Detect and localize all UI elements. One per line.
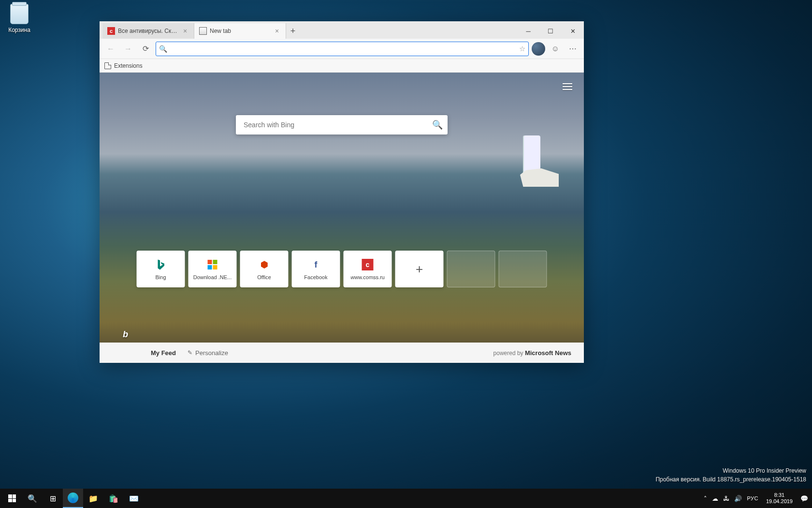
pencil-icon: ✎	[188, 349, 192, 356]
extensions-icon	[104, 62, 111, 69]
titlebar: c Все антивирусы. Скачать беспл... × New…	[100, 21, 584, 39]
facebook-icon: f	[309, 258, 323, 271]
refresh-button[interactable]: ⟳	[138, 42, 153, 56]
back-button[interactable]: ←	[103, 42, 118, 56]
bing-icon	[154, 258, 168, 271]
tile-bing[interactable]: Bing	[137, 251, 185, 287]
address-bar[interactable]: 🔍 ☆	[156, 42, 529, 56]
nav-toolbar: ← → ⟳ 🔍 ☆ ☺ ⋯	[100, 39, 584, 59]
favicon-newtab-icon	[199, 27, 207, 35]
edge-browser-window: c Все антивирусы. Скачать беспл... × New…	[100, 21, 584, 363]
edge-icon	[68, 493, 78, 503]
my-feed-link[interactable]: My Feed	[151, 349, 176, 357]
tab-title: Все антивирусы. Скачать беспл...	[118, 28, 178, 34]
favicon-comss-icon: c	[107, 27, 115, 35]
tab-newtab[interactable]: New tab ×	[194, 23, 286, 39]
window-controls: ─ ☐ ✕	[517, 23, 584, 39]
personalize-label: Personalize	[195, 349, 228, 357]
tile-comss[interactable]: c www.comss.ru	[344, 251, 392, 287]
tile-facebook[interactable]: f Facebook	[292, 251, 340, 287]
page-settings-button[interactable]	[563, 81, 572, 92]
close-tab-icon[interactable]: ×	[273, 27, 281, 35]
favorite-star-icon[interactable]: ☆	[519, 45, 525, 53]
tile-download-net[interactable]: Download .NE...	[188, 251, 237, 287]
recycle-bin-icon	[10, 4, 29, 24]
address-input[interactable]	[170, 45, 519, 52]
newtab-content: 🔍 Bing Download .NE... ⬢ Office f Facebo…	[100, 73, 584, 363]
extensions-link[interactable]: Extensions	[114, 62, 143, 69]
tile-label: Office	[257, 274, 271, 280]
start-button[interactable]	[2, 489, 22, 508]
volume-icon[interactable]: 🔊	[734, 495, 742, 502]
empty-tile[interactable]	[499, 251, 547, 287]
bing-search-box[interactable]: 🔍	[236, 115, 448, 134]
watermark-line2: Пробная версия. Build 18875.rs_prereleas…	[655, 475, 806, 484]
taskbar-app-explorer[interactable]: 📁	[83, 489, 103, 508]
search-icon: 🔍	[159, 45, 167, 53]
clock[interactable]: 8:31 19.04.2019	[763, 492, 796, 505]
language-indicator[interactable]: РУС	[747, 495, 758, 501]
tab-strip: c Все антивирусы. Скачать беспл... × New…	[100, 23, 300, 39]
powered-by: powered by Microsoft News	[493, 349, 571, 357]
personalize-link[interactable]: ✎ Personalize	[188, 349, 228, 357]
close-tab-icon[interactable]: ×	[181, 27, 189, 35]
bing-logo: b	[123, 329, 128, 340]
powered-prefix: powered by	[493, 350, 525, 357]
tab-comss[interactable]: c Все антивирусы. Скачать беспл... ×	[102, 23, 194, 39]
add-tile-button[interactable]: +	[395, 251, 444, 287]
tab-title: New tab	[210, 28, 270, 34]
empty-tile[interactable]	[447, 251, 495, 287]
forward-button[interactable]: →	[121, 42, 135, 56]
minimize-button[interactable]: ─	[517, 23, 539, 39]
windows-icon	[8, 494, 16, 502]
network-icon[interactable]: 🖧	[723, 495, 729, 502]
settings-menu-button[interactable]: ⋯	[566, 42, 580, 56]
bing-search-input[interactable]	[244, 121, 432, 129]
close-window-button[interactable]: ✕	[562, 23, 584, 39]
powered-brand: Microsoft News	[525, 349, 571, 357]
tile-label: Bing	[155, 274, 166, 280]
tile-office[interactable]: ⬢ Office	[240, 251, 289, 287]
windows-watermark: Windows 10 Pro Insider Preview Пробная в…	[655, 466, 806, 484]
tile-label: Download .NE...	[193, 274, 232, 280]
search-submit-icon[interactable]: 🔍	[432, 120, 443, 130]
tray-overflow-icon[interactable]: ˄	[704, 495, 707, 502]
microsoft-icon	[206, 258, 219, 271]
favorites-bar: Extensions	[100, 59, 584, 73]
taskbar-app-store[interactable]: 🛍️	[103, 489, 124, 508]
quick-links: Bing Download .NE... ⬢ Office f Facebook…	[137, 251, 547, 287]
tile-label: www.comss.ru	[350, 274, 385, 280]
maximize-button[interactable]: ☐	[539, 23, 562, 39]
tile-label: Facebook	[304, 274, 327, 280]
profile-button[interactable]	[532, 42, 545, 56]
watermark-line1: Windows 10 Pro Insider Preview	[655, 466, 806, 475]
newtab-footer: My Feed ✎ Personalize powered by Microso…	[100, 343, 584, 363]
office-icon: ⬢	[258, 258, 271, 271]
recycle-bin[interactable]: Корзина	[5, 4, 34, 34]
clock-time: 8:31	[766, 492, 793, 498]
taskbar: 🔍 ⊞ 📁 🛍️ ✉️ ˄ ☁ 🖧 🔊 РУС 8:31 19.04.2019 …	[0, 489, 812, 508]
search-button[interactable]: 🔍	[22, 489, 43, 508]
comss-icon: c	[361, 258, 375, 271]
system-tray: ˄ ☁ 🖧 🔊 РУС 8:31 19.04.2019 💬	[704, 492, 810, 505]
action-center-icon[interactable]: 💬	[800, 495, 808, 502]
new-tab-button[interactable]: +	[286, 23, 300, 39]
recycle-bin-label: Корзина	[8, 27, 30, 33]
taskbar-app-mail[interactable]: ✉️	[124, 489, 144, 508]
feedback-button[interactable]: ☺	[548, 42, 563, 56]
clock-date: 19.04.2019	[766, 498, 793, 505]
onedrive-icon[interactable]: ☁	[712, 495, 718, 502]
taskbar-app-edge[interactable]	[63, 489, 83, 508]
task-view-button[interactable]: ⊞	[43, 489, 63, 508]
